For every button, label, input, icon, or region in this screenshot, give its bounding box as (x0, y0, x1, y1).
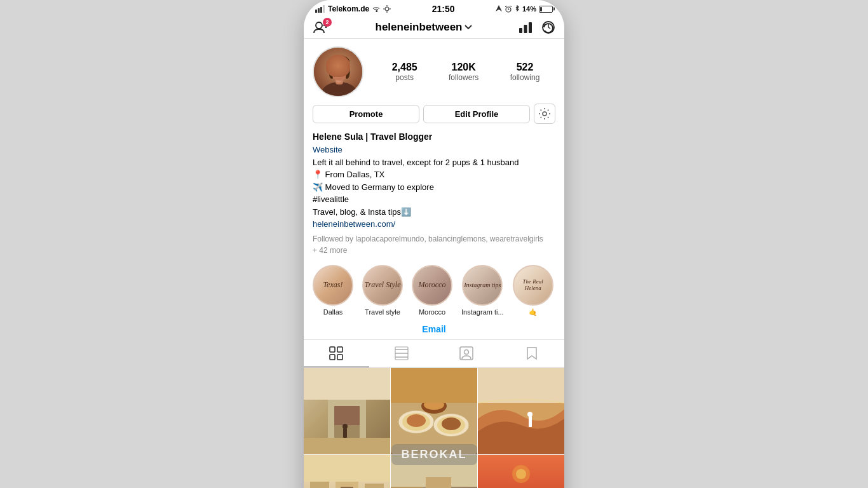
svg-rect-27 (330, 347, 335, 352)
svg-point-51 (407, 414, 426, 427)
following-stat[interactable]: 522 following (510, 62, 540, 82)
promote-button[interactable]: Promote (313, 105, 419, 123)
svg-rect-63 (365, 484, 384, 489)
edit-profile-button[interactable]: Edit Profile (423, 105, 530, 123)
analytics-button[interactable] (519, 22, 532, 33)
svg-rect-57 (478, 368, 564, 403)
svg-point-26 (543, 112, 546, 116)
avatar[interactable] (313, 46, 363, 97)
following-value: 522 (510, 62, 540, 73)
followed-text: Followed by lapolacaporelmundo, balancin… (313, 234, 543, 243)
tag-person-icon (459, 346, 473, 360)
post-cell-2[interactable] (391, 368, 477, 454)
highlight-morocco-text: Morocco (419, 281, 446, 289)
avatar-svg (314, 48, 363, 97)
highlight-travelstyle[interactable]: Travel Style Travel style (362, 265, 403, 316)
bio-line1: Left it all behind to travel, except for… (313, 156, 555, 169)
highlight-dallas-label: Dallas (323, 308, 343, 316)
svg-point-79 (516, 469, 526, 479)
profile-info-row: 2,485 posts 120K followers 522 following (313, 46, 555, 97)
posts-stat[interactable]: 2,485 posts (392, 62, 417, 82)
highlight-morocco[interactable]: Morocco Morocco (412, 265, 452, 316)
following-label: following (510, 73, 540, 82)
highlights-row: Texas! Dallas Travel Style Travel style … (304, 256, 564, 322)
highlight-igrtips[interactable]: Instagram tips Instagram ti... (461, 265, 504, 316)
post-cell-3[interactable] (478, 368, 564, 454)
svg-rect-71 (426, 477, 451, 489)
bio-link[interactable]: heleneinbetween.com/ (313, 218, 555, 231)
bio-website[interactable]: Website (313, 144, 555, 156)
avatar-image (314, 48, 362, 96)
email-row: Email (304, 322, 564, 339)
svg-rect-29 (330, 355, 335, 360)
highlight-morocco-label: Morocco (419, 308, 445, 316)
svg-rect-2 (320, 7, 322, 13)
tab-tagged[interactable] (434, 340, 499, 367)
post-cell-1[interactable] (304, 368, 390, 454)
add-user-button[interactable]: 2 (313, 20, 329, 34)
svg-rect-40 (334, 406, 360, 425)
svg-rect-41 (304, 438, 390, 454)
action-buttons: Promote Edit Profile (313, 104, 555, 124)
status-right: 14% (496, 5, 553, 13)
highlight-last-text: The Real Helena (514, 279, 552, 292)
alarm-icon (505, 5, 512, 13)
tab-bar (304, 339, 564, 368)
bio-section: Helene Sula | Travel Blogger Website Lef… (304, 124, 564, 256)
analytics-icon (519, 22, 532, 33)
brightness-icon (383, 5, 391, 13)
highlight-last-label: 🤙 (529, 308, 538, 316)
svg-point-12 (316, 22, 322, 29)
svg-point-59 (527, 412, 532, 417)
tab-grid[interactable] (304, 340, 369, 367)
bio-line5: Travel, blog, & Insta tips⬇️ (313, 206, 555, 219)
username-area[interactable]: heleneinbetween (376, 21, 473, 34)
bio-followed: Followed by lapolacaporelmundo, balancin… (313, 233, 555, 256)
settings-button[interactable] (534, 104, 555, 124)
top-nav-left: 2 (313, 20, 329, 34)
svg-point-36 (465, 350, 469, 355)
posts-grid: BEROKAL (304, 368, 564, 489)
svg-rect-42 (343, 428, 347, 438)
svg-rect-30 (337, 355, 342, 360)
tab-list[interactable] (369, 340, 435, 367)
highlight-igtips-text: Instagram tips (464, 281, 501, 288)
svg-rect-58 (529, 416, 532, 427)
post-cell-5[interactable] (391, 455, 477, 489)
bio-line4: #livealittle (313, 193, 555, 206)
grid-icon (329, 346, 343, 360)
highlight-last[interactable]: The Real Helena 🤙 (513, 265, 553, 316)
history-button[interactable] (541, 20, 555, 34)
followers-value: 120K (449, 62, 478, 73)
bio-line3: ✈️ Moved to Germany to explore (313, 181, 555, 194)
post-cell-6[interactable] (478, 455, 564, 489)
highlight-travelstyle-text: Travel Style (365, 281, 401, 289)
signal-icon (315, 5, 325, 13)
highlight-dallas[interactable]: Texas! Dallas (313, 265, 353, 316)
email-button[interactable]: Email (422, 324, 445, 334)
followers-stat[interactable]: 120K followers (449, 62, 478, 82)
post-cell-4[interactable] (304, 455, 390, 489)
svg-point-25 (329, 55, 349, 68)
settings-icon (539, 108, 550, 119)
bio-name: Helene Sula | Travel Blogger (313, 130, 555, 144)
bio-line2: 📍 From Dallas, TX (313, 168, 555, 181)
status-left: Telekom.de (315, 4, 391, 13)
location-icon (496, 5, 502, 13)
bookmark-icon (525, 346, 539, 360)
svg-rect-28 (337, 347, 342, 352)
battery-label: 14% (522, 5, 536, 13)
top-nav-right (519, 20, 555, 34)
posts-label: posts (392, 73, 417, 82)
posts-value: 2,485 (392, 62, 417, 73)
svg-rect-1 (318, 8, 320, 13)
tab-saved[interactable] (499, 340, 565, 367)
username-label: heleneinbetween (376, 21, 463, 34)
phone-frame: Telekom.de 21:50 (304, 0, 564, 488)
profile-section: 2,485 posts 120K followers 522 following… (304, 39, 564, 124)
stats-row: 2,485 posts 120K followers 522 following (376, 62, 555, 82)
top-navigation: 2 heleneinbetween (304, 17, 564, 39)
svg-rect-17 (529, 22, 532, 33)
bluetooth-icon (515, 5, 520, 13)
history-icon (541, 20, 555, 34)
